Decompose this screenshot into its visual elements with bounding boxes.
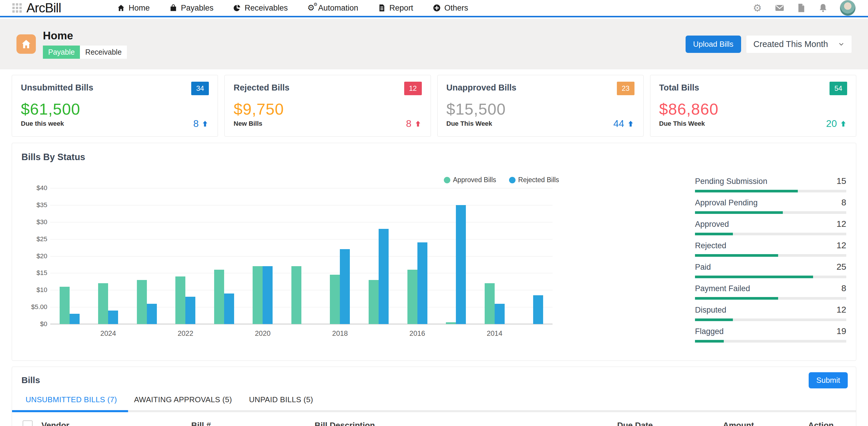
bar-approved-bills (330, 275, 340, 324)
tab-unsubmitted-bills-7[interactable]: UNSUBMITTED BILLS (7) (26, 395, 117, 404)
kpi-amount: $61,500 (21, 100, 209, 118)
kpi-footer-label: New Bills (234, 120, 262, 127)
status-item-rejected: Rejected12 (695, 240, 846, 257)
home-icon (21, 38, 32, 50)
kpi-card-title: Unapproved Bills (446, 83, 517, 93)
report-icon (378, 4, 386, 12)
kpi-count-badge: 23 (617, 82, 634, 95)
nav-menu: HomePayablesReceivables⚙⚙AutomationRepor… (117, 3, 468, 12)
kpi-trend-value: 8 (193, 118, 198, 129)
cogs-icon: ⚙⚙ (307, 4, 315, 12)
tabs-track (12, 410, 856, 412)
submit-button[interactable]: Submit (809, 372, 848, 388)
y-axis-label: $0 (40, 320, 47, 328)
toggle-receivable[interactable]: Receivable (80, 45, 127, 59)
bar-rejected-bills (70, 314, 80, 324)
status-progress-track (695, 318, 846, 321)
status-progress-fill (695, 254, 778, 257)
nav-item-automation[interactable]: ⚙⚙Automation (307, 3, 359, 12)
y-axis-label: $35 (36, 201, 47, 209)
file-button[interactable] (796, 3, 806, 13)
bar-rejected-bills (417, 242, 427, 324)
x-axis-label: 2016 (398, 329, 437, 338)
status-item-approved: Approved12 (695, 219, 846, 235)
status-progress-fill (695, 318, 733, 321)
kpi-trend-value: 20 (826, 118, 837, 129)
status-progress-track (695, 254, 846, 257)
home-icon (117, 4, 125, 12)
nav-utilities: ⚙ (753, 0, 856, 16)
app-logo[interactable]: ArcBill (26, 1, 61, 15)
status-row: Approval Pending8 (695, 197, 846, 207)
status-count: 8 (841, 197, 846, 207)
kpi-card-top: Unapproved Bills23 (446, 83, 634, 95)
bell-icon (818, 3, 828, 13)
bar-rejected-bills (108, 310, 118, 324)
x-axis-label (205, 329, 244, 338)
x-axis-label (127, 329, 166, 338)
bar-approved-bills (214, 270, 224, 324)
status-progress-track (695, 297, 846, 300)
column-header-bill-description: Bill Description (315, 421, 617, 426)
legend-item-rejected-bills[interactable]: Rejected Bills (509, 176, 559, 184)
kpi-trend-value: 8 (406, 118, 411, 129)
top-nav: ArcBill HomePayablesReceivables⚙⚙Automat… (0, 0, 868, 17)
bills-tabs: UNSUBMITTED BILLS (7)AWAITING APPROVALS … (26, 395, 313, 404)
legend-item-approved-bills[interactable]: Approved Bills (444, 176, 496, 184)
tab-awaiting-approvals-5[interactable]: AWAITING APPROVALS (5) (134, 395, 232, 404)
upload-bills-button[interactable]: Upload Bills (686, 35, 741, 53)
status-item-payment-failed: Payment Failed8 (695, 283, 846, 300)
status-progress-track (695, 276, 846, 278)
nav-item-home[interactable]: Home (117, 3, 150, 12)
bar-approved-bills (137, 280, 147, 324)
kpi-trend: 8 (193, 118, 209, 129)
pie-chart-icon (233, 4, 241, 12)
kpi-cards-row: Unsubmitted Bills34$61,500Due this week8… (12, 75, 856, 136)
bar-group-2021 (205, 188, 244, 324)
nav-item-label: Automation (318, 3, 359, 12)
nav-item-payables[interactable]: Payables (169, 3, 214, 12)
nav-item-report[interactable]: Report (378, 3, 413, 12)
kpi-card-top: Rejected Bills12 (234, 83, 422, 95)
kpi-card-title: Total Bills (659, 83, 699, 93)
bills-title: Bills (22, 375, 40, 385)
nav-item-receivables[interactable]: Receivables (233, 3, 288, 12)
status-label: Disputed (695, 306, 726, 315)
status-count: 12 (837, 305, 846, 315)
legend-dot (444, 177, 450, 183)
status-row: Flagged19 (695, 326, 846, 336)
mail-icon (775, 3, 784, 13)
x-axis-label (282, 329, 321, 338)
bar-group-2023 (127, 188, 166, 324)
date-filter-dropdown[interactable]: Created This Month (746, 35, 851, 53)
bar-group-2020 (244, 188, 282, 324)
tab-unpaid-bills-5[interactable]: UNPAID BILLS (5) (249, 395, 313, 404)
bell-button[interactable] (818, 3, 828, 13)
gear-button[interactable]: ⚙ (753, 3, 763, 13)
app-launcher-icon[interactable] (12, 3, 22, 12)
status-progress-fill (695, 276, 813, 278)
bar-approved-bills (60, 287, 70, 324)
bag-icon (169, 4, 178, 12)
bar-group-2025 (50, 188, 89, 324)
status-row: Payment Failed8 (695, 283, 846, 293)
status-count: 15 (837, 176, 846, 186)
kpi-count-badge: 34 (191, 82, 209, 95)
user-avatar[interactable] (840, 0, 856, 16)
arrow-up-icon (414, 120, 422, 127)
kpi-card-rejected-bills: Rejected Bills12$9,750New Bills8 (224, 75, 431, 136)
toggle-payable[interactable]: Payable (43, 45, 80, 59)
kpi-card-footer: New Bills8 (234, 118, 422, 129)
mail-button[interactable] (775, 3, 784, 13)
bar-rejected-bills (379, 229, 389, 324)
home-tile (17, 34, 36, 54)
plus-circle-icon (433, 4, 441, 12)
kpi-card-top: Unsubmitted Bills34 (21, 83, 209, 95)
status-label: Pending Submission (695, 177, 767, 186)
nav-item-others[interactable]: Others (433, 3, 468, 12)
status-progress-fill (695, 340, 724, 342)
y-axis-label: $30 (36, 218, 47, 226)
kpi-trend: 8 (406, 118, 422, 129)
select-all-checkbox[interactable] (23, 420, 33, 426)
status-label: Approved (695, 220, 729, 229)
